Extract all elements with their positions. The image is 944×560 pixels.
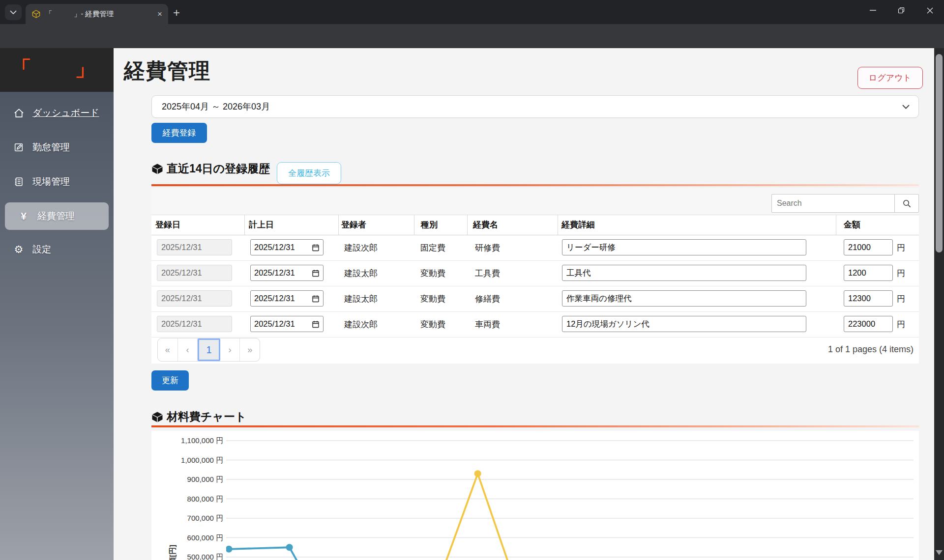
amount-input[interactable] bbox=[844, 239, 893, 255]
posting-date-input[interactable] bbox=[254, 243, 303, 252]
expense-register-button[interactable]: 経費登録 bbox=[151, 123, 207, 143]
browser-toolbar: ← → ↻ kensetsu-tool.com/app/ExpenseManag… bbox=[0, 24, 944, 48]
chevron-down-icon bbox=[10, 10, 17, 14]
registered-date-field bbox=[157, 265, 232, 281]
posting-date-input[interactable] bbox=[254, 294, 303, 303]
sidebar: 「 」 ダッシュボード 勤怠管理 現場管理 ¥ 経費管理 ⚙ 設定 bbox=[0, 48, 114, 560]
browser-tab[interactable]: 「 」- 経費管理 × bbox=[26, 4, 168, 24]
yen-unit-label: 円 bbox=[897, 235, 905, 260]
chart-heading-text: 材料費チャート bbox=[167, 409, 247, 424]
calendar-icon[interactable] bbox=[312, 295, 320, 303]
registrant-cell: 建設次郎 bbox=[344, 311, 378, 337]
amount-input[interactable] bbox=[844, 290, 893, 307]
cube-icon bbox=[151, 163, 163, 175]
calendar-icon[interactable] bbox=[312, 244, 320, 252]
detail-input[interactable] bbox=[562, 239, 806, 255]
y-tick-label: 700,000 円 bbox=[151, 514, 223, 523]
table-header-row: 登録日 計上日 登録者 種別 経費名 経費詳細 金額 bbox=[151, 215, 919, 235]
page-scrollbar[interactable] bbox=[934, 48, 944, 560]
expense-name-cell: 修繕費 bbox=[475, 286, 500, 311]
posting-date-field[interactable] bbox=[250, 239, 324, 255]
table-row: 建設太郎 変動費 工具費 円 bbox=[151, 260, 919, 286]
pagination-page-1[interactable]: 1 bbox=[198, 338, 220, 361]
y-tick-label: 1,000,000 円 bbox=[151, 456, 223, 465]
period-select[interactable]: 2025年04月 ～ 2026年03月 bbox=[151, 95, 919, 118]
y-tick-label: 900,000 円 bbox=[151, 475, 223, 484]
favicon-cube-icon bbox=[31, 9, 41, 19]
sidebar-item-expenses[interactable]: ¥ 経費管理 bbox=[5, 202, 109, 230]
sidebar-item-dashboard[interactable]: ダッシュボード bbox=[0, 99, 114, 127]
window-restore-button[interactable] bbox=[887, 0, 915, 21]
sidebar-item-attendance[interactable]: 勤怠管理 bbox=[0, 134, 114, 161]
series-2-line bbox=[445, 474, 509, 560]
posting-date-field[interactable] bbox=[250, 290, 324, 307]
page-title: 経費管理 bbox=[124, 57, 210, 85]
detail-input[interactable] bbox=[562, 316, 806, 332]
chart-y-axis-title: 金額[円] bbox=[168, 536, 177, 560]
notebook-icon bbox=[13, 176, 25, 188]
gear-icon: ⚙ bbox=[13, 244, 25, 255]
registrant-cell: 建設次郎 bbox=[344, 235, 378, 260]
pagination: « ‹ 1 › » bbox=[157, 338, 260, 362]
amount-input[interactable] bbox=[844, 265, 893, 281]
posting-date-field[interactable] bbox=[250, 265, 324, 281]
pagination-next-button[interactable]: › bbox=[220, 338, 240, 361]
refresh-button[interactable]: 更新 bbox=[151, 370, 189, 391]
show-all-history-button[interactable]: 全履歴表示 bbox=[277, 162, 341, 184]
pagination-summary: 1 of 1 pages (4 items) bbox=[741, 344, 914, 355]
posting-date-field[interactable] bbox=[250, 316, 324, 332]
registered-date-field bbox=[157, 239, 232, 255]
chart-plot-area bbox=[226, 431, 914, 560]
sidebar-item-label: 勤怠管理 bbox=[32, 141, 70, 154]
scrollbar-down-arrow-icon[interactable] bbox=[936, 550, 943, 555]
period-selected-value: 2025年04月 ～ 2026年03月 bbox=[162, 101, 270, 112]
expense-name-cell: 研修費 bbox=[475, 235, 500, 260]
sidebar-item-sites[interactable]: 現場管理 bbox=[0, 168, 114, 196]
category-cell: 変動費 bbox=[420, 260, 445, 286]
y-tick-label: 1,100,000 円 bbox=[151, 436, 223, 446]
series-2-point bbox=[474, 470, 481, 477]
main-content: 経費管理 ログアウト 2025年04月 ～ 2026年03月 経費登録 直近14… bbox=[114, 48, 934, 560]
edit-icon bbox=[13, 141, 25, 153]
minimize-icon bbox=[870, 10, 876, 11]
pagination-first-button[interactable]: « bbox=[158, 338, 178, 361]
y-tick-label: 600,000 円 bbox=[151, 533, 223, 543]
column-header: 計上日 bbox=[249, 215, 274, 235]
logo-open-bracket: 「 bbox=[11, 55, 31, 83]
sidebar-item-settings[interactable]: ⚙ 設定 bbox=[0, 236, 114, 263]
amount-input[interactable] bbox=[844, 316, 893, 332]
app-logo: 「 」 bbox=[0, 48, 114, 92]
column-header: 経費詳細 bbox=[561, 215, 595, 235]
logout-button[interactable]: ログアウト bbox=[857, 67, 923, 89]
browser-tab-strip: 「 」- 経費管理 × + bbox=[0, 0, 944, 24]
yen-unit-label: 円 bbox=[897, 286, 905, 311]
registrant-cell: 建設太郎 bbox=[344, 260, 378, 286]
posting-date-input[interactable] bbox=[254, 319, 303, 329]
pagination-prev-button[interactable]: ‹ bbox=[178, 338, 198, 361]
history-table-panel: 登録日 計上日 登録者 種別 経費名 経費詳細 金額 建設次郎 固定費 研修費 … bbox=[151, 188, 919, 364]
y-tick-label: 500,000 円 bbox=[151, 553, 223, 560]
tab-close-icon[interactable]: × bbox=[157, 10, 162, 18]
calendar-icon[interactable] bbox=[312, 320, 320, 328]
calendar-icon[interactable] bbox=[312, 269, 320, 277]
window-close-button[interactable] bbox=[915, 0, 944, 21]
y-tick-label: 800,000 円 bbox=[151, 495, 223, 504]
logo-close-bracket: 」 bbox=[75, 55, 95, 83]
detail-input[interactable] bbox=[562, 265, 806, 281]
search-button[interactable] bbox=[894, 194, 919, 213]
search-input[interactable] bbox=[771, 194, 894, 213]
detail-input[interactable] bbox=[562, 290, 806, 307]
window-minimize-button[interactable] bbox=[858, 0, 887, 21]
category-cell: 変動費 bbox=[420, 286, 445, 311]
posting-date-input[interactable] bbox=[254, 268, 303, 278]
tab-title: 「 」- 経費管理 bbox=[45, 9, 153, 19]
column-header: 経費名 bbox=[473, 215, 498, 235]
pagination-last-button[interactable]: » bbox=[240, 338, 260, 361]
scrollbar-thumb[interactable] bbox=[936, 54, 943, 252]
new-tab-button[interactable]: + bbox=[173, 6, 180, 20]
history-heading-text: 直近14日の登録履歴 bbox=[167, 161, 270, 176]
tab-search-chevron-button[interactable] bbox=[5, 4, 22, 20]
table-row: 建設次郎 固定費 研修費 円 bbox=[151, 235, 919, 261]
registrant-cell: 建設太郎 bbox=[344, 286, 378, 311]
column-header: 種別 bbox=[421, 215, 438, 235]
